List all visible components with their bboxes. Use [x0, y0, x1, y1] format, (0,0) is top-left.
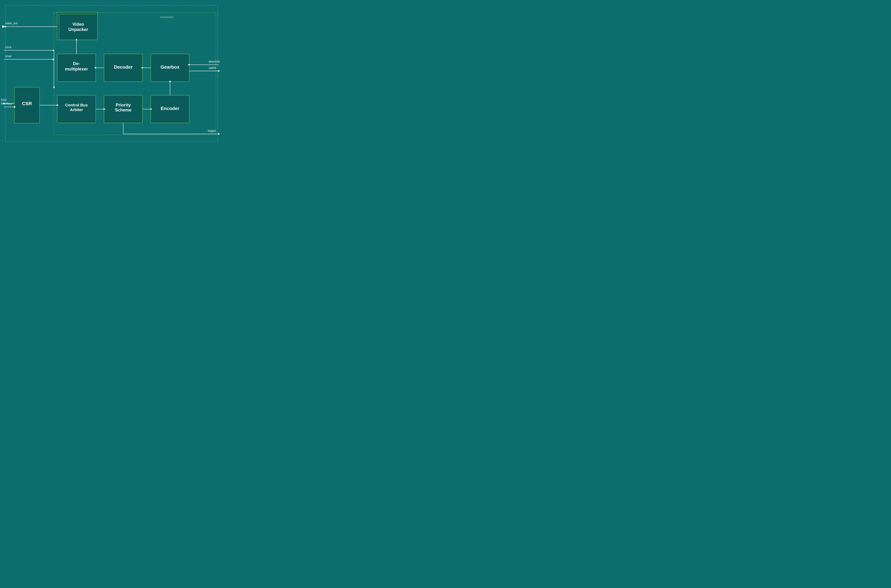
- svg-marker-35: [218, 133, 220, 135]
- demultiplexer-label: De-: [73, 61, 80, 66]
- diagram-container: Connection Video Unpacker De- multiplexe…: [0, 0, 223, 147]
- priority-scheme-label2: Scheme: [115, 108, 132, 112]
- signal-trigger: trigger: [208, 129, 216, 132]
- demultiplexer-label2: multiplexer: [65, 66, 88, 71]
- control-bus-label: Control Bus: [65, 103, 88, 107]
- signal-downlink: downlink: [209, 60, 220, 63]
- control-bus-label2: Arbiter: [70, 108, 83, 112]
- signal-reset: reset: [5, 55, 12, 58]
- gearbox-label: Gearbox: [161, 64, 180, 70]
- svg-marker-10: [53, 87, 55, 88]
- csr-label: CSR: [22, 101, 32, 106]
- priority-scheme-label: Priority: [116, 102, 131, 107]
- signal-video-out: video_out: [5, 22, 18, 25]
- signal-soc2: Interface: [1, 102, 12, 105]
- svg-marker-8: [53, 58, 54, 60]
- encoder-label: Encoder: [161, 106, 179, 111]
- svg-marker-32: [218, 70, 220, 72]
- decoder-label: Decoder: [114, 64, 132, 70]
- svg-marker-4: [4, 26, 6, 27]
- video-unpacker-label2: Unpacker: [68, 27, 88, 32]
- svg-marker-6: [53, 50, 54, 51]
- signal-uplink: uplink: [209, 66, 216, 69]
- signal-clock: clock: [5, 46, 12, 49]
- video-unpacker-label: Video: [72, 22, 84, 27]
- connection-label: Connection: [160, 15, 174, 18]
- signal-soc: SOC: [1, 99, 7, 102]
